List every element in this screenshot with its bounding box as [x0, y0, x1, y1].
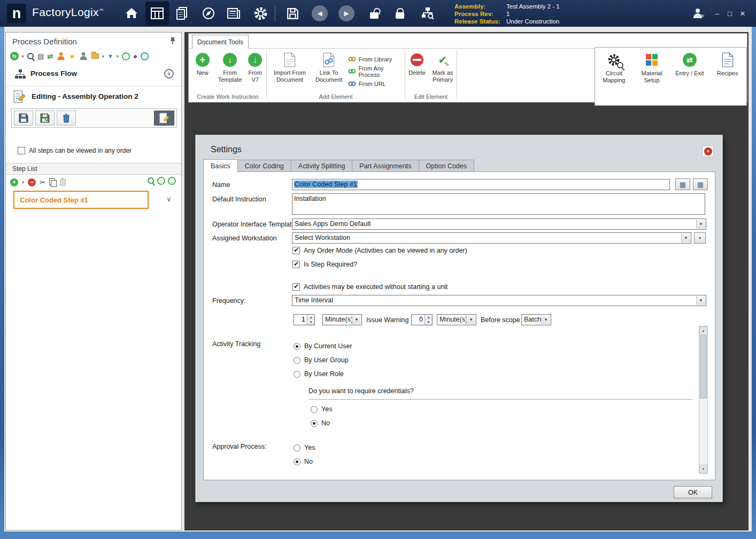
from-any-process-button[interactable]: From Any Process	[348, 65, 405, 77]
dispatch-button[interactable]	[197, 2, 220, 25]
mark-as-primary-button[interactable]: Mark as Primary	[429, 52, 456, 83]
approval-no-radio[interactable]	[294, 458, 300, 465]
tab-document-tools[interactable]: Document Tools	[192, 35, 249, 49]
import-from-document-button[interactable]: Import From Document	[270, 52, 310, 83]
from-library-button[interactable]: From Library	[348, 53, 405, 65]
purple-circle-icon[interactable]	[133, 52, 137, 60]
without-unit-checkbox-row[interactable]: Activities may be executed without start…	[292, 283, 448, 291]
any-order-checkbox[interactable]	[292, 247, 300, 254]
credentials-yes-row[interactable]: Yes	[311, 405, 332, 413]
workstation-extra-button[interactable]	[694, 232, 706, 244]
unlock-button[interactable]	[362, 2, 386, 25]
back-button[interactable]	[308, 2, 331, 25]
dropdown-arrow-icon[interactable]	[681, 233, 690, 243]
dialog-scrollbar[interactable]	[699, 326, 708, 474]
copy-icon[interactable]	[49, 178, 56, 186]
collapse-down-icon[interactable]	[164, 69, 174, 79]
recipes-button[interactable]: Recipes	[710, 52, 745, 77]
caret-down-icon[interactable]	[102, 54, 104, 59]
dropdown-arrow-icon[interactable]	[696, 220, 705, 229]
circuit-mapping-button[interactable]: Circuit Mapping	[596, 52, 631, 83]
green-ring-icon[interactable]	[122, 52, 130, 60]
warning-unit-select[interactable]: Minute(s)	[437, 314, 476, 325]
step-required-checkbox-row[interactable]: Is Step Required?	[292, 261, 357, 268]
spin-down-icon[interactable]	[425, 320, 432, 325]
spin-up-icon[interactable]	[425, 315, 432, 320]
tracking-user-role-radio[interactable]	[294, 371, 300, 378]
step-chevron-icon[interactable]	[166, 195, 172, 203]
credentials-no-radio[interactable]	[311, 420, 318, 427]
name-input[interactable]: Color Coded Step #1	[292, 179, 670, 190]
material-setup-button[interactable]: Material Setup	[634, 52, 669, 83]
user-button[interactable]	[687, 2, 711, 25]
news-button[interactable]	[222, 2, 245, 25]
spin-up-icon[interactable]	[307, 315, 314, 320]
name-translate-button[interactable]	[693, 178, 708, 190]
without-unit-checkbox[interactable]	[292, 283, 300, 291]
approval-yes-radio[interactable]	[294, 444, 300, 451]
add-step-caret-icon[interactable]	[22, 180, 24, 185]
refresh-icon[interactable]	[10, 52, 19, 60]
tab-option-codes[interactable]: Option Codes	[419, 160, 474, 172]
binoculars-icon[interactable]	[27, 53, 34, 60]
template-select[interactable]: Sales Apps Demo Default	[292, 218, 706, 230]
cut-icon[interactable]	[40, 178, 45, 186]
step-required-checkbox[interactable]	[292, 261, 300, 268]
save-button[interactable]	[281, 2, 304, 25]
dropdown-arrow-icon[interactable]	[466, 315, 475, 324]
credentials-yes-radio[interactable]	[311, 406, 318, 413]
move-up-icon[interactable]	[157, 177, 165, 185]
entry-exit-button[interactable]: Entry / Exit	[672, 52, 707, 77]
save-step-button[interactable]	[14, 111, 33, 126]
remove-step-icon[interactable]	[28, 178, 36, 186]
any-order-checkbox-row[interactable]: Any Order Mode (Activities can be viewed…	[292, 247, 467, 254]
spin-down-icon[interactable]	[307, 320, 314, 325]
from-url-button[interactable]: From URL	[348, 77, 405, 90]
pin-icon[interactable]	[169, 37, 176, 45]
process-search-button[interactable]	[416, 2, 439, 25]
warning-spinner[interactable]: 0	[411, 314, 433, 325]
scroll-down-icon[interactable]	[699, 465, 707, 473]
person-orange-icon[interactable]	[57, 52, 65, 60]
add-step-icon[interactable]	[10, 178, 18, 186]
tab-activity-splitting[interactable]: Activity Splitting	[291, 160, 353, 172]
process-definition-button[interactable]	[145, 2, 169, 25]
dropdown-arrow-icon[interactable]	[696, 296, 705, 305]
step-list-item[interactable]: Color Coded Step #1	[13, 191, 149, 209]
forward-button[interactable]	[335, 2, 358, 25]
credentials-no-row[interactable]: No	[311, 419, 330, 427]
settings-button[interactable]	[249, 2, 272, 25]
process-flow-row[interactable]: Process Flow	[6, 66, 181, 83]
documents-button[interactable]	[170, 2, 194, 25]
close-window-button[interactable]	[738, 10, 747, 18]
print-icon[interactable]	[37, 52, 44, 60]
interval-spinner[interactable]: 1	[294, 314, 315, 325]
transfer-icon[interactable]	[47, 52, 53, 60]
tab-color-coding[interactable]: Color Coding	[238, 160, 291, 172]
order-checkbox-row[interactable]: All steps can be viewed in any order	[18, 147, 132, 154]
home-button[interactable]	[120, 2, 143, 25]
new-button[interactable]: New	[191, 52, 214, 76]
person-gray-icon[interactable]	[80, 52, 87, 60]
delete-step-button[interactable]	[57, 111, 76, 126]
import-step-button[interactable]	[35, 111, 55, 126]
caret-down-icon[interactable]	[117, 54, 119, 59]
dialog-close-button[interactable]	[702, 145, 714, 157]
interval-unit-select[interactable]: Minute(s)	[322, 314, 362, 325]
filter-icon[interactable]	[107, 53, 113, 59]
name-format-button[interactable]	[675, 178, 690, 190]
frequency-select[interactable]: Time Interval	[292, 295, 706, 306]
tracking-user-role-row[interactable]: By User Role	[294, 370, 344, 378]
link-to-document-button[interactable]: Link To Document	[312, 52, 346, 83]
paste-icon[interactable]	[60, 179, 66, 186]
search-step-icon[interactable]	[148, 177, 155, 184]
workstation-select[interactable]: Select Workstation	[292, 232, 691, 244]
move-down-icon[interactable]	[168, 177, 176, 185]
tracking-current-user-row[interactable]: By Current User	[294, 342, 352, 350]
scope-select[interactable]: Batch	[521, 314, 551, 325]
scrollbar-thumb[interactable]	[700, 335, 707, 399]
approval-no-row[interactable]: No	[294, 458, 313, 465]
dropdown-arrow-icon[interactable]	[541, 315, 550, 324]
caret-down-icon[interactable]	[22, 54, 24, 59]
tracking-user-group-row[interactable]: By User Group	[294, 356, 349, 364]
